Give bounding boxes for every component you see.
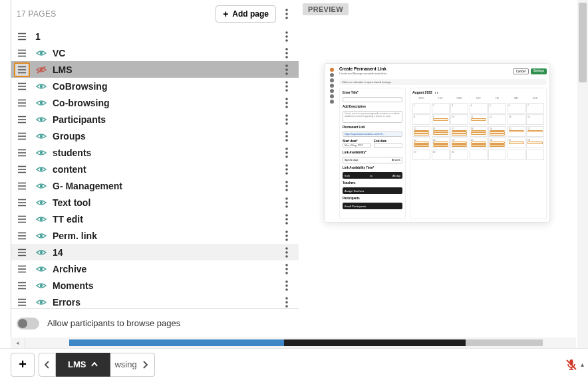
- pv-perm-url: https://organisation.vedamo.com/r/th…: [343, 132, 402, 137]
- page-row-kebab[interactable]: [280, 178, 293, 194]
- page-row-kebab[interactable]: [280, 294, 293, 309]
- eye-visible-icon[interactable]: [35, 97, 47, 109]
- drag-handle-icon[interactable]: [14, 278, 30, 293]
- drag-handle-icon[interactable]: [14, 145, 30, 160]
- page-row-kebab[interactable]: [280, 211, 293, 227]
- svg-point-21: [285, 64, 288, 67]
- tab-prev-button[interactable]: [39, 353, 56, 377]
- page-row[interactable]: 1: [11, 28, 299, 45]
- page-row[interactable]: content: [11, 161, 299, 177]
- eye-visible-icon[interactable]: [35, 47, 47, 59]
- page-row-kebab[interactable]: [280, 45, 293, 61]
- eye-visible-icon[interactable]: [35, 130, 47, 142]
- allow-browse-toggle[interactable]: [17, 318, 39, 330]
- vertical-scrollbar[interactable]: [577, 0, 588, 348]
- drag-handle-icon[interactable]: [14, 229, 30, 243]
- tab-current[interactable]: LMS: [56, 353, 110, 377]
- eye-visible-icon[interactable]: [35, 147, 47, 159]
- drag-handle-icon[interactable]: [14, 162, 30, 177]
- drag-handle-icon[interactable]: [14, 295, 30, 309]
- eye-visible-icon[interactable]: [35, 230, 47, 242]
- svg-point-79: [285, 205, 288, 208]
- timeline-scroll-left[interactable]: ◂: [11, 337, 25, 348]
- page-row[interactable]: Co-browsing: [11, 94, 299, 111]
- pv-cal-day: [488, 149, 506, 160]
- page-row[interactable]: Errors: [11, 294, 299, 308]
- page-row[interactable]: Moments: [11, 277, 299, 294]
- drag-handle-icon[interactable]: [14, 262, 30, 276]
- page-label: 14: [53, 247, 275, 258]
- pv-cal-day: 3: [450, 103, 468, 114]
- drag-handle-icon[interactable]: [14, 212, 30, 227]
- page-label: 1: [35, 31, 275, 42]
- pv-cal-day: 2: [432, 103, 450, 114]
- page-row-kebab[interactable]: [280, 161, 293, 177]
- page-row[interactable]: CoBrowsing: [11, 78, 299, 94]
- page-row-kebab[interactable]: [280, 195, 293, 211]
- eye-visible-icon[interactable]: [35, 263, 47, 275]
- page-row[interactable]: students: [11, 144, 299, 161]
- drag-handle-icon[interactable]: [14, 96, 30, 110]
- drag-handle-icon[interactable]: [14, 29, 30, 44]
- mic-muted-icon[interactable]: [565, 358, 578, 371]
- eye-visible-icon[interactable]: [35, 163, 47, 175]
- page-row[interactable]: VC: [11, 45, 299, 61]
- eye-visible-icon[interactable]: [35, 197, 47, 209]
- page-row-kebab[interactable]: [280, 112, 293, 128]
- eye-hidden-icon[interactable]: [35, 64, 47, 76]
- svg-point-62: [40, 167, 43, 170]
- add-page-button[interactable]: + Add page: [216, 5, 276, 23]
- drag-handle-icon[interactable]: [14, 112, 30, 127]
- page-row[interactable]: 14: [11, 244, 299, 260]
- svg-point-118: [40, 300, 43, 303]
- page-row[interactable]: Archive: [11, 260, 299, 277]
- svg-point-64: [285, 168, 288, 171]
- tab-next-partial[interactable]: wsing: [110, 353, 154, 377]
- page-row-kebab[interactable]: [280, 128, 293, 144]
- page-row[interactable]: G- Management: [11, 177, 299, 194]
- drag-handle-icon[interactable]: [14, 179, 30, 193]
- eye-visible-icon[interactable]: [35, 114, 47, 126]
- page-row-kebab[interactable]: [280, 145, 293, 161]
- pages-menu-kebab[interactable]: [280, 6, 293, 22]
- svg-point-72: [285, 189, 288, 191]
- eye-visible-icon[interactable]: [35, 246, 47, 258]
- page-row-kebab[interactable]: [280, 228, 293, 244]
- page-row-kebab[interactable]: [280, 278, 293, 294]
- page-row[interactable]: LMS: [11, 61, 299, 78]
- page-row[interactable]: Participants: [11, 111, 299, 128]
- page-row-kebab[interactable]: [280, 29, 293, 45]
- svg-point-29: [285, 85, 288, 88]
- drag-handle-icon[interactable]: [14, 129, 30, 143]
- timeline-bar[interactable]: ◂: [11, 337, 576, 348]
- page-row-kebab[interactable]: [280, 62, 293, 78]
- page-row-kebab[interactable]: [280, 78, 293, 94]
- eye-visible-icon[interactable]: [35, 180, 47, 192]
- page-row[interactable]: Groups: [11, 128, 299, 144]
- drag-handle-icon[interactable]: [14, 62, 30, 77]
- add-tab-button[interactable]: +: [11, 353, 35, 377]
- eye-visible-icon[interactable]: [35, 213, 47, 225]
- drag-handle-icon[interactable]: [14, 79, 30, 94]
- drag-handle-icon[interactable]: [14, 46, 30, 60]
- svg-point-104: [40, 267, 43, 270]
- drag-handle-icon[interactable]: [14, 245, 30, 260]
- pv-cal-dow: THU: [470, 96, 488, 102]
- pv-cal-day: 20: [508, 126, 525, 137]
- page-row[interactable]: Perm. link: [11, 227, 299, 244]
- page-label: Moments: [53, 280, 275, 291]
- chevron-up-icon: [91, 362, 98, 367]
- page-row-kebab[interactable]: [280, 95, 293, 111]
- tab-next-label: wsing: [114, 359, 136, 369]
- eye-visible-icon[interactable]: [35, 80, 47, 92]
- page-row-kebab[interactable]: [280, 261, 293, 277]
- eye-visible-icon[interactable]: [35, 280, 47, 292]
- eye-visible-icon[interactable]: [35, 296, 47, 308]
- pv-cal-day: 31: [450, 149, 468, 160]
- drag-handle-icon[interactable]: [14, 195, 30, 210]
- page-row[interactable]: Text tool: [11, 194, 299, 211]
- page-row[interactable]: TT edit: [11, 211, 299, 227]
- mic-options-caret[interactable]: ▴: [581, 361, 584, 368]
- page-row-kebab[interactable]: [280, 244, 293, 260]
- svg-point-107: [285, 272, 288, 274]
